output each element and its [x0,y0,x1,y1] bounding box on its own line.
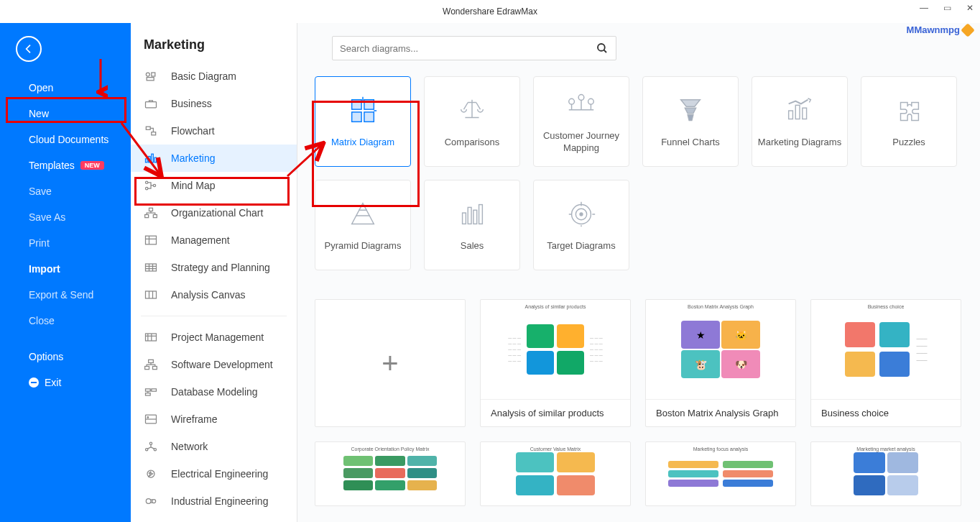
nav-export-send[interactable]: Export & Send [0,282,131,308]
svg-point-28 [149,442,152,444]
category-wireframe[interactable]: Wireframe [131,406,297,433]
svg-point-12 [153,184,155,186]
category-building-plan[interactable]: Building Plan [131,515,297,522]
canvas-icon [144,288,158,301]
tile-customer-journey-mapping[interactable]: Customer Journey Mapping [533,76,629,167]
svg-point-11 [146,188,148,190]
title-bar: Wondershare EdrawMax — ▭ ✕ [0,0,980,23]
svg-rect-49 [479,204,483,224]
category-business[interactable]: Business [131,90,297,117]
journey-icon [565,88,598,120]
nav-save[interactable]: Save [0,178,131,204]
nav-save-as[interactable]: Save As [0,204,131,230]
svg-point-41 [578,95,584,101]
tile-puzzles[interactable]: Puzzles [861,76,957,167]
svg-point-40 [569,99,575,104]
svg-rect-18 [146,291,157,298]
template-business-choice[interactable]: Business choice————————————Business choi… [810,299,961,427]
tile-matrix-diagram[interactable]: Matrix Diagram [315,76,411,167]
category-organizational-chart[interactable]: Organizational Chart [131,199,297,226]
category-panel: Marketing Basic DiagramBusinessFlowchart… [131,23,297,522]
matrix-icon [346,95,379,127]
strategy-icon [144,261,158,274]
project-icon [144,331,158,344]
category-electrical-engineering[interactable]: Electrical Engineering [131,460,297,487]
template-corporate[interactable]: Corporate Orientation Policy Matrix [315,441,466,506]
org-icon [144,206,158,219]
category-database-modeling[interactable]: Database Modeling [131,378,297,406]
search-input[interactable] [340,43,596,54]
category-analysis-canvas[interactable]: Analysis Canvas [131,281,297,308]
template-thumbnail: + [315,300,465,426]
file-menu-sidebar: OpenNewCloud DocumentsTemplatesNEWSaveSa… [0,23,131,522]
template-label: Analysis of similar products [481,399,630,426]
category-network[interactable]: Network [131,433,297,460]
svg-rect-3 [146,102,157,108]
tile-marketing-diagrams[interactable]: Marketing Diagrams [752,76,848,167]
nav-import[interactable]: Import [0,256,131,282]
svg-point-42 [588,99,594,104]
svg-rect-4 [146,127,150,129]
svg-rect-14 [145,215,149,218]
category-flowchart[interactable]: Flowchart [131,117,297,145]
nav-close[interactable]: Close [0,308,131,334]
sales-icon [456,198,489,230]
marketing-diagram-icon [783,95,816,127]
svg-point-35 [598,44,605,51]
puzzle-icon [892,95,925,127]
template-thumbnail: Marketing market analysis [811,442,961,505]
category-project-management[interactable]: Project Management [131,324,297,351]
search-box[interactable] [332,36,616,60]
category-strategy-and-planning[interactable]: Strategy and Planning [131,254,297,281]
template-thumbnail: Customer Value Matrix [481,442,630,505]
svg-rect-22 [153,367,157,370]
svg-rect-43 [789,111,793,119]
svg-rect-7 [149,157,151,162]
category-basic-diagram[interactable]: Basic Diagram [131,63,297,90]
nav-cloud-documents[interactable]: Cloud Documents [0,127,131,152]
balance-icon [456,95,489,127]
category-mind-map[interactable]: Mind Map [131,172,297,199]
content-area: Matrix DiagramComparisonsCustomer Journe… [297,23,980,522]
svg-point-10 [146,181,148,183]
template-focus[interactable]: Marketing focus analysis [645,441,796,506]
svg-rect-37 [364,99,374,109]
tile-target-diagrams[interactable]: Target Diagrams [533,180,629,270]
close-window-button[interactable]: ✕ [964,3,976,13]
template-boston-matrix-analysis-graph[interactable]: Boston Matrix Analysis Graph★🐱🐮🐶Boston M… [645,299,796,427]
svg-rect-23 [146,389,151,391]
nav-templates[interactable]: TemplatesNEW [0,152,131,178]
svg-rect-6 [146,159,148,162]
tile-sales[interactable]: Sales [424,180,520,270]
minimize-button[interactable]: — [918,3,930,13]
template-market[interactable]: Marketing market analysis [810,441,961,506]
software-icon [144,358,158,371]
nav-print[interactable]: Print [0,230,131,256]
category-software-development[interactable]: Software Development [131,351,297,378]
nav-exit[interactable]: Exit [0,370,131,395]
category-industrial-engineering[interactable]: Industrial Engineering [131,487,297,515]
svg-point-52 [580,213,583,216]
maximize-button[interactable]: ▭ [941,3,953,13]
template-analysis-of-similar-products[interactable]: Analysis of similar products— — —— — —— … [480,299,631,427]
user-name[interactable]: MMawnmpg [907,24,973,35]
svg-rect-9 [154,157,157,162]
target-icon [565,198,598,230]
category-management[interactable]: Management [131,226,297,254]
svg-rect-45 [803,108,807,119]
nav-new[interactable]: New [0,101,131,127]
template-blank[interactable]: + [315,299,466,427]
svg-rect-24 [152,389,157,391]
back-button[interactable] [16,36,42,62]
tile-funnel-charts[interactable]: Funnel Charts [642,76,739,167]
nav-open[interactable]: Open [0,75,131,101]
category-marketing[interactable]: Marketing [131,145,297,172]
template-thumbnail: Marketing focus analysis [646,442,795,505]
tile-pyramid-diagrams[interactable]: Pyramid Diagrams [315,180,411,270]
svg-rect-15 [153,215,157,218]
template-value[interactable]: Customer Value Matrix [480,441,631,506]
nav-options[interactable]: Options [0,344,131,370]
tile-comparisons[interactable]: Comparisons [424,76,520,167]
svg-rect-38 [352,111,361,121]
funnel-icon [674,95,707,127]
